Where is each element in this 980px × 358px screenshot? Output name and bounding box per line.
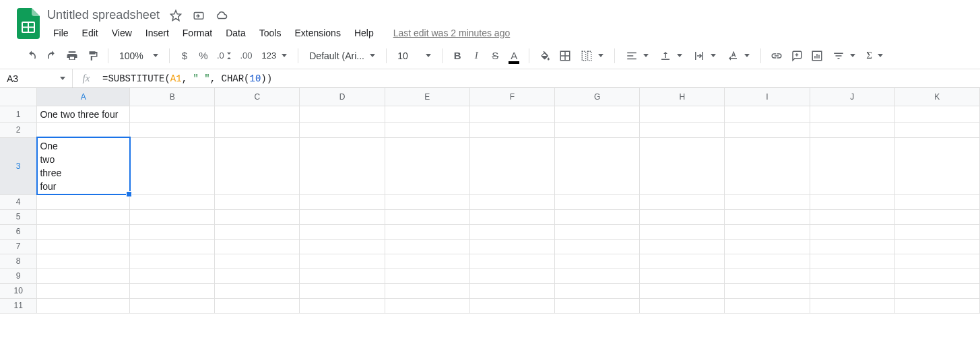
cell[interactable] <box>894 283 979 298</box>
cell[interactable] <box>469 283 554 298</box>
row-header[interactable]: 4 <box>0 194 37 209</box>
cell[interactable] <box>130 106 215 122</box>
cell[interactable] <box>385 194 469 209</box>
cell[interactable] <box>725 224 810 239</box>
vertical-align-button[interactable] <box>655 50 686 62</box>
cell[interactable] <box>725 254 810 268</box>
decrease-decimal-button[interactable]: .0 <box>214 47 234 65</box>
cell[interactable] <box>130 194 215 209</box>
more-formats-button[interactable]: 123 <box>258 50 292 61</box>
cell[interactable] <box>37 209 130 224</box>
cell[interactable] <box>300 209 385 224</box>
strikethrough-button[interactable]: S <box>487 47 503 65</box>
cell[interactable] <box>894 106 979 122</box>
cloud-icon[interactable] <box>215 9 228 22</box>
row-header[interactable]: 3 <box>0 137 37 194</box>
move-icon[interactable] <box>192 9 205 22</box>
cell[interactable] <box>554 283 639 298</box>
cell[interactable] <box>725 106 810 122</box>
cell[interactable] <box>554 298 639 313</box>
cell[interactable] <box>130 209 215 224</box>
cell[interactable] <box>469 137 554 194</box>
cell[interactable] <box>810 224 894 239</box>
cell[interactable] <box>469 106 554 122</box>
cell[interactable] <box>37 239 130 254</box>
text-rotation-button[interactable] <box>723 50 754 62</box>
paint-format-button[interactable] <box>84 47 101 65</box>
cell[interactable] <box>130 298 215 313</box>
cell[interactable] <box>640 283 725 298</box>
column-header[interactable]: C <box>215 88 300 106</box>
column-header[interactable]: G <box>554 88 639 106</box>
zoom-combo[interactable]: 100% <box>115 50 162 61</box>
cell[interactable] <box>640 239 725 254</box>
cell[interactable] <box>554 106 639 122</box>
cell[interactable] <box>810 122 894 137</box>
row-header[interactable]: 10 <box>0 283 37 298</box>
cell[interactable] <box>469 209 554 224</box>
cell[interactable] <box>640 122 725 137</box>
filter-button[interactable] <box>828 50 859 62</box>
column-header[interactable]: D <box>300 88 385 106</box>
cell[interactable] <box>37 194 130 209</box>
cell[interactable] <box>385 283 469 298</box>
cell[interactable] <box>130 122 215 137</box>
cell[interactable] <box>300 106 385 122</box>
cell[interactable] <box>385 298 469 313</box>
cell[interactable] <box>215 106 300 122</box>
cell[interactable] <box>554 239 639 254</box>
cell[interactable] <box>300 268 385 283</box>
redo-button[interactable] <box>43 47 61 65</box>
cell[interactable] <box>300 194 385 209</box>
cell[interactable] <box>130 254 215 268</box>
cell[interactable] <box>554 122 639 137</box>
cell[interactable] <box>725 283 810 298</box>
cell[interactable] <box>385 209 469 224</box>
menu-tools[interactable]: Tools <box>253 25 288 41</box>
text-wrap-button[interactable] <box>689 50 720 62</box>
cell[interactable] <box>640 268 725 283</box>
cell[interactable] <box>37 298 130 313</box>
print-button[interactable] <box>63 47 81 65</box>
cell[interactable] <box>130 224 215 239</box>
cell[interactable] <box>810 298 894 313</box>
fill-color-button[interactable] <box>536 47 554 65</box>
cell[interactable] <box>725 298 810 313</box>
cell[interactable] <box>215 268 300 283</box>
cell[interactable] <box>725 209 810 224</box>
font-size-combo[interactable]: 10 <box>393 50 435 61</box>
percent-button[interactable]: % <box>195 47 211 65</box>
cell[interactable] <box>215 194 300 209</box>
cell[interactable] <box>385 268 469 283</box>
column-header[interactable]: E <box>385 88 469 106</box>
insert-link-button[interactable] <box>768 47 785 65</box>
cell[interactable] <box>554 209 639 224</box>
cell[interactable] <box>130 268 215 283</box>
cell[interactable] <box>469 122 554 137</box>
cell[interactable] <box>215 298 300 313</box>
menu-edit[interactable]: Edit <box>76 25 104 41</box>
cell[interactable] <box>725 137 810 194</box>
currency-button[interactable]: $ <box>176 47 193 65</box>
cell[interactable] <box>554 268 639 283</box>
cell[interactable] <box>37 224 130 239</box>
cell[interactable] <box>554 224 639 239</box>
cell[interactable] <box>894 239 979 254</box>
cell[interactable] <box>300 137 385 194</box>
cell[interactable] <box>810 254 894 268</box>
cell[interactable] <box>215 283 300 298</box>
name-box[interactable]: A3 <box>0 69 73 87</box>
cell[interactable]: One two three four <box>37 106 130 122</box>
formula-input[interactable]: =SUBSTITUTE(A1, " ", CHAR(10)) <box>100 73 272 84</box>
cell[interactable] <box>300 122 385 137</box>
cell[interactable] <box>640 106 725 122</box>
cell[interactable] <box>640 254 725 268</box>
column-header[interactable]: J <box>810 88 894 106</box>
cell[interactable] <box>300 239 385 254</box>
italic-button[interactable]: I <box>468 47 484 65</box>
functions-button[interactable]: Σ <box>862 50 887 61</box>
cell[interactable] <box>300 283 385 298</box>
cell[interactable] <box>385 254 469 268</box>
cell[interactable] <box>215 254 300 268</box>
cell[interactable] <box>130 137 215 194</box>
